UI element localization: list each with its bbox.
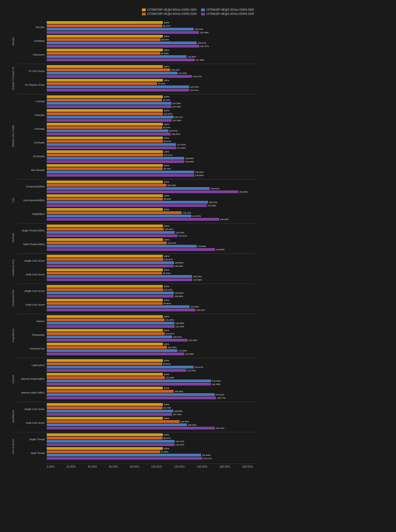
- bar-value: 120.23%: [187, 369, 196, 372]
- bar-value: 131.08%: [200, 31, 208, 34]
- bar: 134.11%: [47, 457, 202, 460]
- bar: 112.45%: [47, 72, 177, 74]
- bars-wrapper: 100%100.07%118.26%118.44%: [47, 150, 256, 163]
- section-divider: [18, 402, 256, 402]
- bar: 99.87%: [47, 140, 163, 143]
- bar: 110.18%: [47, 325, 175, 328]
- bar-value: 118.39%: [185, 353, 194, 355]
- bar-value: 100%: [164, 373, 169, 375]
- bar: 109.98%: [47, 322, 174, 325]
- single-bar-row: 164.84%: [47, 190, 256, 193]
- bar-value: 112.56%: [178, 349, 187, 352]
- group-label-col: 3DMark FSSMark TS: [8, 65, 18, 92]
- bar: 100%: [47, 95, 163, 98]
- legend-color: [201, 9, 205, 11]
- single-bar-row: 100%: [47, 315, 256, 318]
- bar: 109.26%: [47, 295, 174, 298]
- bar: 100%: [47, 403, 163, 406]
- bar: 110.18%: [47, 231, 175, 234]
- single-bar-row: 125.12%: [47, 75, 256, 78]
- bar: 120.39%: [47, 55, 186, 58]
- row-label: Single Thread: [18, 438, 47, 441]
- single-bar-row: 110.14%: [47, 443, 256, 446]
- single-bar-row: 126.90%: [47, 174, 256, 177]
- bar-value: 100%: [164, 315, 169, 318]
- single-bar-row: 99.87%: [47, 140, 256, 143]
- section-divider: [18, 179, 256, 179]
- group-label: 7-Zip: [12, 198, 15, 204]
- bar: 106.32%: [47, 68, 170, 71]
- bar-value: 100%: [164, 150, 169, 153]
- single-bar-row: 107.59%: [47, 119, 256, 122]
- bar: 99.50%: [47, 362, 162, 365]
- bar: 99.80%: [47, 302, 163, 305]
- single-bar-row: 111.42%: [47, 143, 256, 146]
- bar-value: 106.32%: [171, 68, 180, 71]
- group-section: 3DMark CPU Profile1 thread100%99.26%107.…: [8, 95, 256, 177]
- bar: 106.67%: [47, 133, 170, 135]
- bars-container: 100%99.76%126.94%126.90%: [47, 164, 256, 177]
- bar-value: 100%: [164, 79, 169, 81]
- section-divider: [18, 94, 256, 94]
- single-bar-row: 125.39%: [47, 278, 256, 281]
- bar-value: 125.10%: [193, 275, 202, 278]
- bar-value: 122.51%: [190, 89, 199, 91]
- bars-container: 100%100.31%109.59%109.18%: [47, 254, 256, 267]
- bar: 132.84%: [47, 454, 201, 456]
- group-section: Cinebench R20Single-Core Score100%100.13…: [8, 285, 256, 312]
- bar: 100%: [47, 194, 163, 197]
- single-bar-row: 107.36%: [47, 105, 256, 108]
- bar-value: 132.84%: [202, 454, 211, 456]
- bar: 103.10%: [47, 184, 166, 187]
- bar: 137.66%: [47, 204, 207, 207]
- bar: 125.39%: [47, 278, 192, 281]
- single-bar-row: 122.70%: [47, 85, 256, 88]
- group-section: GeekBenchSingle-Core Score100%99.74%108.…: [8, 403, 256, 430]
- bar-value: 110.12%: [175, 440, 184, 442]
- bar-row: Single Thread (KB/s)100%100.62%110.18%11…: [18, 224, 256, 237]
- single-bar-row: 100%: [47, 386, 256, 389]
- bars-container: 100%95.02%122.70%122.51%: [47, 79, 256, 92]
- row-label: 4 threads: [18, 128, 47, 131]
- bar-value: 99.76%: [163, 167, 171, 170]
- bar: 107.36%: [47, 105, 171, 108]
- bar-value: 107.76%: [173, 413, 182, 415]
- single-bar-row: 122.90%: [47, 305, 256, 308]
- group-label-col: 7-Zip: [8, 180, 18, 221]
- row-label: Multi-Core Score: [18, 422, 47, 425]
- single-bar-row: 145.77%: [47, 396, 256, 399]
- row-label: Decompress(MB/s): [18, 199, 47, 202]
- single-bar-row: 112.56%: [47, 349, 256, 352]
- single-bar-row: 100%: [47, 79, 256, 82]
- row-label: 1 thread: [18, 100, 47, 103]
- single-bar-row: 100.31%: [47, 258, 256, 261]
- single-bar-row: 100%: [47, 194, 256, 197]
- group-label-col: GeekBench: [8, 403, 18, 430]
- group-rows: Davinci100%101.36%109.98%110.18%PhotoSho…: [18, 315, 256, 356]
- bar: 108.85%: [47, 410, 173, 412]
- row-label: Total(MB/s): [18, 213, 47, 216]
- bar: 100%: [47, 417, 163, 420]
- bar: 127.39%: [47, 59, 195, 61]
- bars-container: 100%100.62%110.18%112.61%: [47, 224, 256, 237]
- bar: 98.03%: [47, 38, 161, 41]
- bar-row: Memory Read (MB/s)100%101.58%141.69%141.…: [18, 373, 256, 386]
- single-bar-row: 100%: [47, 417, 256, 420]
- group-section: PugetBenchDavinci100%101.36%109.98%110.1…: [8, 315, 256, 356]
- group-rows: Single Thread100%99.67%110.12%110.14%Mul…: [18, 433, 256, 460]
- single-bar-row: 110.12%: [47, 440, 256, 443]
- single-bar-row: 100%: [47, 403, 256, 406]
- bar-row: Monster100%99.37%126.51%131.08%: [18, 21, 256, 34]
- bars-wrapper: 100%109.28%144.61%145.77%: [47, 386, 256, 399]
- group-rows: Single-Core Score100%100.31%109.59%109.1…: [18, 254, 256, 282]
- single-bar-row: 100%: [47, 123, 256, 126]
- bar-value: 107.36%: [172, 105, 181, 108]
- bar-value: 134.11%: [203, 457, 212, 459]
- single-bar-row: 101.58%: [47, 376, 256, 379]
- bar: 100%: [47, 359, 163, 362]
- single-bar-row: 99.98%: [47, 197, 256, 200]
- single-bar-row: 100%: [47, 433, 256, 436]
- bar-value: 112.61%: [178, 234, 187, 237]
- bar: 99.67%: [47, 437, 163, 439]
- bar-value: 114.45%: [180, 420, 189, 423]
